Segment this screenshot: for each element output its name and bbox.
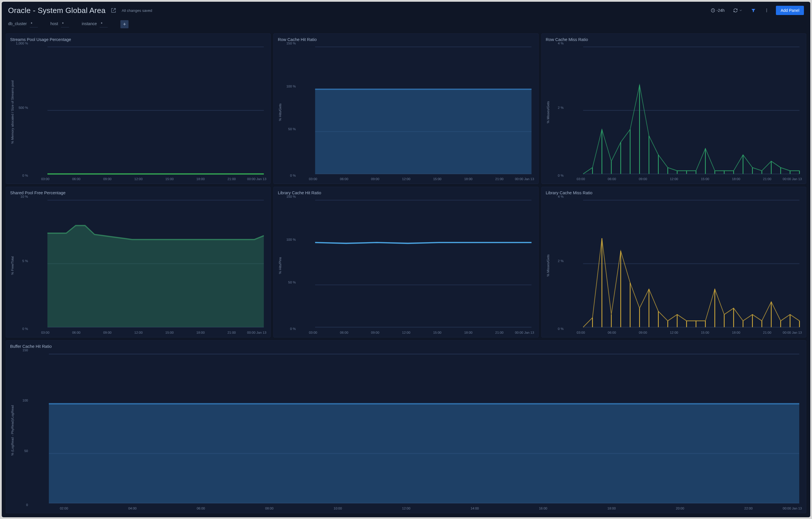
time-range-label: -24h <box>717 8 725 13</box>
refresh-button[interactable] <box>731 7 744 14</box>
share-icon[interactable] <box>111 8 116 13</box>
panel-title: Shared Pool Free Percentage <box>10 190 266 195</box>
panel-library-cache-miss[interactable]: Library Cache Miss Ratio % Misses/Gets 4… <box>542 187 806 337</box>
chart: 4 %2 %0 % <box>550 43 802 176</box>
panel-grid: Streams Pool Usage Percentage % Memory a… <box>2 33 810 517</box>
panel-buffer-cache-hit[interactable]: Buffer Cache Hit Ratio % (LogRead - PhyR… <box>6 340 806 513</box>
page-title: Oracle - System Global Area <box>8 6 106 15</box>
variable-value: * <box>30 21 38 27</box>
chart: 4 %2 %0 % <box>550 197 802 329</box>
panel-title: Buffer Cache Hit Ratio <box>10 344 802 349</box>
variable-bar: db_cluster*host*instance* + <box>2 18 810 33</box>
panel-row-cache-miss[interactable]: Row Cache Miss Ratio % Misses/Gets 4 %2 … <box>542 33 806 184</box>
variable-name: instance <box>82 21 97 26</box>
y-axis-label: % Free/Total <box>10 197 15 334</box>
y-axis-label: % Misses/Gets <box>546 43 550 181</box>
chart: 10 %5 %0 % <box>15 197 266 329</box>
y-axis-label: % (LogRead - PhyRead)/LogRead <box>10 350 15 510</box>
variable-value: * <box>99 21 108 27</box>
panel-shared-pool-free[interactable]: Shared Pool Free Percentage % Free/Total… <box>6 187 270 337</box>
svg-point-1 <box>766 9 767 9</box>
chart: 150 %100 %50 %0 % <box>282 43 534 176</box>
svg-point-2 <box>766 10 767 11</box>
panel-title: Streams Pool Usage Percentage <box>10 37 266 42</box>
y-axis-label: % Hits/Gets <box>278 43 282 181</box>
header: Oracle - System Global Area All changes … <box>2 2 810 18</box>
chart: 150100500 <box>15 350 802 505</box>
svg-point-3 <box>766 11 767 12</box>
variable-host[interactable]: host* <box>51 21 69 27</box>
panel-title: Library Cache Miss Ratio <box>546 190 802 195</box>
app-root: Oracle - System Global Area All changes … <box>2 2 810 517</box>
variable-name: host <box>51 21 58 26</box>
y-axis-label: % Misses/Gets <box>546 197 550 334</box>
variable-value: * <box>61 21 69 27</box>
panel-title: Row Cache Hit Ratio <box>278 37 534 42</box>
kebab-menu-icon[interactable] <box>763 7 771 14</box>
y-axis-label: % Memory allocated / Size of Streams poo… <box>10 43 15 181</box>
y-axis-label: % Hits/Pins <box>278 197 282 334</box>
chart: 150 %100 %50 %0 % <box>282 197 534 329</box>
variable-name: db_cluster <box>8 21 27 26</box>
panel-title: Row Cache Miss Ratio <box>546 37 802 42</box>
filter-icon[interactable] <box>749 7 757 14</box>
chart: 1,000 %500 %0 % <box>15 43 266 176</box>
panel-streams-pool-usage[interactable]: Streams Pool Usage Percentage % Memory a… <box>6 33 270 184</box>
add-panel-button[interactable]: Add Panel <box>776 6 804 15</box>
variable-db_cluster[interactable]: db_cluster* <box>8 21 38 27</box>
time-range-picker[interactable]: -24h <box>709 7 726 14</box>
panel-title: Library Cache Hit Ratio <box>278 190 534 195</box>
save-status: All changes saved <box>122 8 152 13</box>
panel-row-cache-hit[interactable]: Row Cache Hit Ratio % Hits/Gets 150 %100… <box>273 33 538 184</box>
variable-instance[interactable]: instance* <box>82 21 108 27</box>
panel-library-cache-hit[interactable]: Library Cache Hit Ratio % Hits/Pins 150 … <box>273 187 538 337</box>
add-variable-button[interactable]: + <box>120 20 128 28</box>
